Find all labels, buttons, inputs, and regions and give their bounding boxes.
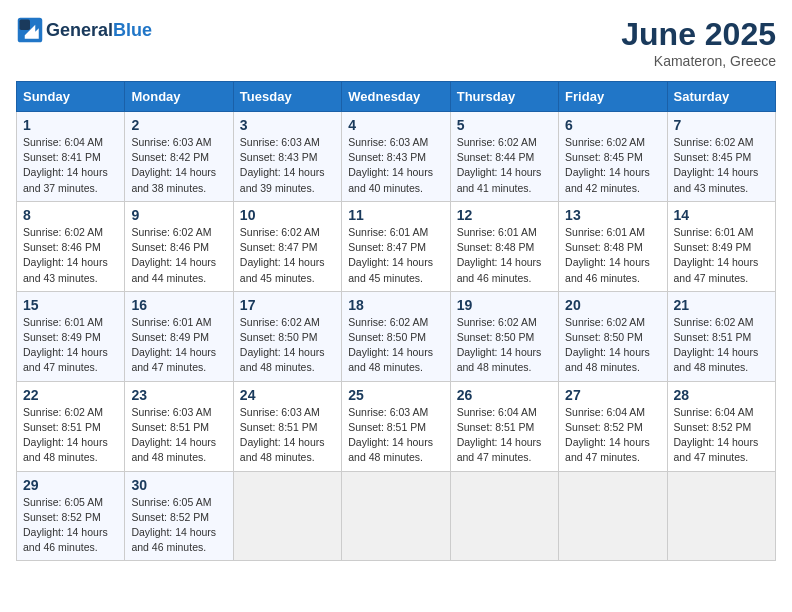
day-info: Sunrise: 6:01 AM Sunset: 8:48 PM Dayligh… xyxy=(565,225,660,286)
day-info: Sunrise: 6:02 AM Sunset: 8:44 PM Dayligh… xyxy=(457,135,552,196)
day-number: 13 xyxy=(565,207,660,223)
calendar-cell: 14Sunrise: 6:01 AM Sunset: 8:49 PM Dayli… xyxy=(667,201,775,291)
calendar-cell: 6Sunrise: 6:02 AM Sunset: 8:45 PM Daylig… xyxy=(559,112,667,202)
day-number: 7 xyxy=(674,117,769,133)
calendar-cell: 11Sunrise: 6:01 AM Sunset: 8:47 PM Dayli… xyxy=(342,201,450,291)
day-info: Sunrise: 6:03 AM Sunset: 8:51 PM Dayligh… xyxy=(131,405,226,466)
title-area: June 2025 Kamateron, Greece xyxy=(621,16,776,69)
calendar-week-1: 1Sunrise: 6:04 AM Sunset: 8:41 PM Daylig… xyxy=(17,112,776,202)
day-number: 10 xyxy=(240,207,335,223)
logo-icon xyxy=(16,16,44,44)
calendar-cell xyxy=(559,471,667,561)
day-number: 24 xyxy=(240,387,335,403)
calendar-cell: 23Sunrise: 6:03 AM Sunset: 8:51 PM Dayli… xyxy=(125,381,233,471)
calendar-cell: 27Sunrise: 6:04 AM Sunset: 8:52 PM Dayli… xyxy=(559,381,667,471)
weekday-monday: Monday xyxy=(125,82,233,112)
calendar-cell xyxy=(342,471,450,561)
day-number: 22 xyxy=(23,387,118,403)
day-number: 20 xyxy=(565,297,660,313)
logo-general: General xyxy=(46,20,113,40)
calendar-cell: 21Sunrise: 6:02 AM Sunset: 8:51 PM Dayli… xyxy=(667,291,775,381)
day-number: 30 xyxy=(131,477,226,493)
calendar-cell: 9Sunrise: 6:02 AM Sunset: 8:46 PM Daylig… xyxy=(125,201,233,291)
day-info: Sunrise: 6:03 AM Sunset: 8:42 PM Dayligh… xyxy=(131,135,226,196)
weekday-tuesday: Tuesday xyxy=(233,82,341,112)
calendar-cell xyxy=(450,471,558,561)
day-number: 5 xyxy=(457,117,552,133)
day-info: Sunrise: 6:01 AM Sunset: 8:49 PM Dayligh… xyxy=(23,315,118,376)
day-number: 3 xyxy=(240,117,335,133)
calendar-table: SundayMondayTuesdayWednesdayThursdayFrid… xyxy=(16,81,776,561)
calendar-cell: 5Sunrise: 6:02 AM Sunset: 8:44 PM Daylig… xyxy=(450,112,558,202)
day-info: Sunrise: 6:04 AM Sunset: 8:52 PM Dayligh… xyxy=(674,405,769,466)
day-number: 29 xyxy=(23,477,118,493)
calendar-cell: 25Sunrise: 6:03 AM Sunset: 8:51 PM Dayli… xyxy=(342,381,450,471)
day-number: 17 xyxy=(240,297,335,313)
calendar-week-3: 15Sunrise: 6:01 AM Sunset: 8:49 PM Dayli… xyxy=(17,291,776,381)
location-title: Kamateron, Greece xyxy=(621,53,776,69)
day-info: Sunrise: 6:02 AM Sunset: 8:51 PM Dayligh… xyxy=(23,405,118,466)
calendar-cell: 15Sunrise: 6:01 AM Sunset: 8:49 PM Dayli… xyxy=(17,291,125,381)
day-number: 8 xyxy=(23,207,118,223)
calendar-cell: 1Sunrise: 6:04 AM Sunset: 8:41 PM Daylig… xyxy=(17,112,125,202)
weekday-saturday: Saturday xyxy=(667,82,775,112)
calendar-cell: 8Sunrise: 6:02 AM Sunset: 8:46 PM Daylig… xyxy=(17,201,125,291)
day-number: 2 xyxy=(131,117,226,133)
day-info: Sunrise: 6:02 AM Sunset: 8:47 PM Dayligh… xyxy=(240,225,335,286)
calendar-cell: 24Sunrise: 6:03 AM Sunset: 8:51 PM Dayli… xyxy=(233,381,341,471)
day-number: 21 xyxy=(674,297,769,313)
calendar-cell: 19Sunrise: 6:02 AM Sunset: 8:50 PM Dayli… xyxy=(450,291,558,381)
day-info: Sunrise: 6:03 AM Sunset: 8:43 PM Dayligh… xyxy=(348,135,443,196)
day-info: Sunrise: 6:02 AM Sunset: 8:50 PM Dayligh… xyxy=(457,315,552,376)
day-number: 26 xyxy=(457,387,552,403)
day-number: 6 xyxy=(565,117,660,133)
calendar-week-2: 8Sunrise: 6:02 AM Sunset: 8:46 PM Daylig… xyxy=(17,201,776,291)
day-info: Sunrise: 6:02 AM Sunset: 8:50 PM Dayligh… xyxy=(565,315,660,376)
day-number: 15 xyxy=(23,297,118,313)
calendar-cell: 16Sunrise: 6:01 AM Sunset: 8:49 PM Dayli… xyxy=(125,291,233,381)
day-number: 27 xyxy=(565,387,660,403)
day-info: Sunrise: 6:01 AM Sunset: 8:47 PM Dayligh… xyxy=(348,225,443,286)
page-header: GeneralBlue June 2025 Kamateron, Greece xyxy=(16,16,776,69)
day-info: Sunrise: 6:01 AM Sunset: 8:49 PM Dayligh… xyxy=(131,315,226,376)
calendar-cell: 29Sunrise: 6:05 AM Sunset: 8:52 PM Dayli… xyxy=(17,471,125,561)
calendar-cell: 30Sunrise: 6:05 AM Sunset: 8:52 PM Dayli… xyxy=(125,471,233,561)
calendar-cell: 13Sunrise: 6:01 AM Sunset: 8:48 PM Dayli… xyxy=(559,201,667,291)
day-number: 23 xyxy=(131,387,226,403)
weekday-header-row: SundayMondayTuesdayWednesdayThursdayFrid… xyxy=(17,82,776,112)
calendar-cell: 28Sunrise: 6:04 AM Sunset: 8:52 PM Dayli… xyxy=(667,381,775,471)
weekday-wednesday: Wednesday xyxy=(342,82,450,112)
svg-rect-2 xyxy=(20,20,31,31)
day-info: Sunrise: 6:04 AM Sunset: 8:51 PM Dayligh… xyxy=(457,405,552,466)
day-number: 28 xyxy=(674,387,769,403)
day-info: Sunrise: 6:03 AM Sunset: 8:43 PM Dayligh… xyxy=(240,135,335,196)
day-info: Sunrise: 6:01 AM Sunset: 8:49 PM Dayligh… xyxy=(674,225,769,286)
day-info: Sunrise: 6:02 AM Sunset: 8:45 PM Dayligh… xyxy=(674,135,769,196)
weekday-friday: Friday xyxy=(559,82,667,112)
day-number: 9 xyxy=(131,207,226,223)
logo: GeneralBlue xyxy=(16,16,152,44)
weekday-thursday: Thursday xyxy=(450,82,558,112)
day-info: Sunrise: 6:02 AM Sunset: 8:45 PM Dayligh… xyxy=(565,135,660,196)
calendar-cell: 4Sunrise: 6:03 AM Sunset: 8:43 PM Daylig… xyxy=(342,112,450,202)
day-number: 1 xyxy=(23,117,118,133)
weekday-sunday: Sunday xyxy=(17,82,125,112)
calendar-cell xyxy=(233,471,341,561)
calendar-week-5: 29Sunrise: 6:05 AM Sunset: 8:52 PM Dayli… xyxy=(17,471,776,561)
calendar-cell: 18Sunrise: 6:02 AM Sunset: 8:50 PM Dayli… xyxy=(342,291,450,381)
day-number: 25 xyxy=(348,387,443,403)
day-info: Sunrise: 6:05 AM Sunset: 8:52 PM Dayligh… xyxy=(23,495,118,556)
day-number: 14 xyxy=(674,207,769,223)
day-info: Sunrise: 6:02 AM Sunset: 8:50 PM Dayligh… xyxy=(240,315,335,376)
calendar-body: 1Sunrise: 6:04 AM Sunset: 8:41 PM Daylig… xyxy=(17,112,776,561)
month-title: June 2025 xyxy=(621,16,776,53)
day-number: 18 xyxy=(348,297,443,313)
day-info: Sunrise: 6:03 AM Sunset: 8:51 PM Dayligh… xyxy=(348,405,443,466)
calendar-cell: 26Sunrise: 6:04 AM Sunset: 8:51 PM Dayli… xyxy=(450,381,558,471)
day-info: Sunrise: 6:02 AM Sunset: 8:46 PM Dayligh… xyxy=(131,225,226,286)
calendar-cell: 2Sunrise: 6:03 AM Sunset: 8:42 PM Daylig… xyxy=(125,112,233,202)
day-info: Sunrise: 6:05 AM Sunset: 8:52 PM Dayligh… xyxy=(131,495,226,556)
logo-blue: Blue xyxy=(113,20,152,40)
calendar-cell: 22Sunrise: 6:02 AM Sunset: 8:51 PM Dayli… xyxy=(17,381,125,471)
day-info: Sunrise: 6:01 AM Sunset: 8:48 PM Dayligh… xyxy=(457,225,552,286)
